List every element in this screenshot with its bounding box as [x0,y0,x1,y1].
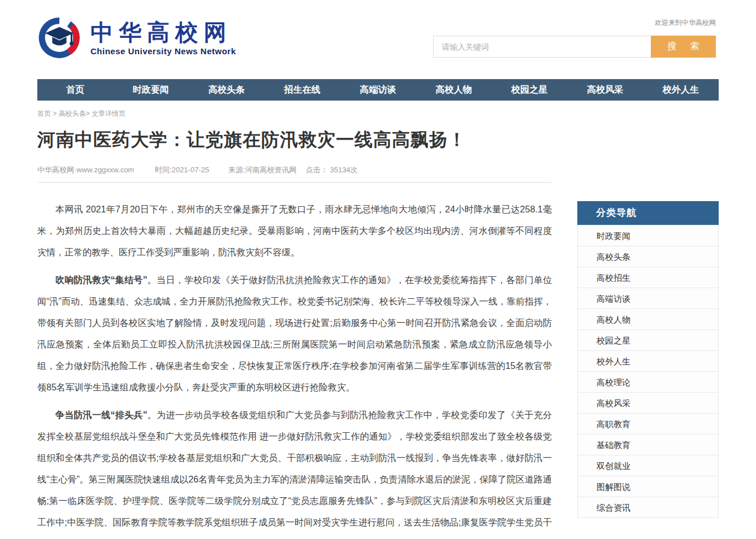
welcome-text: 欢迎来到中华高校网 [655,18,716,28]
nav-item[interactable]: 首页 [37,79,113,101]
nav-item[interactable]: 时政要闻 [113,79,189,101]
article-paragraph: 本网讯 2021年7月20日下午，郑州市的天空像是撕开了无数口子，雨水肆无忌惮地… [37,199,552,263]
sidebar-item[interactable]: 基础教育 [578,434,718,455]
meta-time: 时间:2021-07-25 [155,166,209,174]
page: 中华高校网 Chinese University News Network 欢迎… [37,0,719,539]
site-header: 中华高校网 Chinese University News Network 欢迎… [37,0,719,79]
nav-item[interactable]: 招生在线 [265,79,340,101]
nav-item[interactable]: 高校人物 [416,79,491,101]
nav-item[interactable]: 高端访谈 [340,79,416,101]
meta-clicks: 点击： 35134次 [306,166,358,174]
main-content: 本网讯 2021年7月20日下午，郑州市的天空像是撕开了无数口子，雨水肆无忌惮地… [37,199,719,539]
meta-source: 来源:河南高校资讯网 [228,166,297,174]
breadcrumb[interactable]: 首页 > 高校头条> 文章详情页 [37,109,719,119]
sidebar-item[interactable]: 校园之星 [578,329,718,350]
article-title: 河南中医药大学：让党旗在防汛救灾一线高高飘扬！ [37,128,719,153]
sidebar-item[interactable]: 双创就业 [578,455,718,476]
sidebar-item[interactable]: 时政要闻 [578,225,718,246]
sidebar-item[interactable]: 校外人生 [578,350,718,371]
sidebar-item[interactable]: 图解图说 [578,476,718,497]
search-button[interactable]: 搜 索 [651,36,716,58]
paragraph-lead: 吹响防汛救灾“集结号” [55,275,148,285]
sidebar-item[interactable]: 高校人物 [578,308,718,329]
site-logo[interactable]: 中华高校网 Chinese University News Network [38,17,236,59]
search-input[interactable] [433,36,651,58]
sidebar-item[interactable]: 高校理论 [578,371,718,392]
article-paragraph: 吹响防汛救灾“集结号”。当日，学校印发《关于做好防汛抗洪抢险救灾工作的通知》，在… [37,270,552,398]
nav-item[interactable]: 高校风采 [567,79,643,101]
sidebar-item[interactable]: 高端访谈 [578,288,718,308]
sidebar-title: 分类导航 [577,201,719,225]
title-divider [37,182,552,183]
logo-title: 中华高校网 [90,20,236,45]
logo-subtitle: Chinese University News Network [90,46,236,56]
nav-item[interactable]: 校外人生 [643,79,719,101]
article-body: 本网讯 2021年7月20日下午，郑州市的天空像是撕开了无数口子，雨水肆无忌惮地… [37,199,552,539]
graduation-cap-logo-icon [38,17,80,59]
sidebar-item[interactable]: 高校招生 [578,267,718,288]
nav-item[interactable]: 高校头条 [189,79,265,101]
meta-site: 中华高校网·www.zggxxw.com [37,166,134,174]
sidebar-item[interactable]: 高校风采 [578,392,718,413]
nav-item[interactable]: 校园之星 [491,79,567,101]
paragraph-text: 。为进一步动员学校各级党组织和广大党员参与到防汛抢险救灾工作中，学校党委印发了《… [37,410,552,539]
sidebar-list: 时政要闻 高校头条 高校招生 高端访谈 高校人物 校园之星 校外人生 高校理论 … [577,225,719,518]
search-box: 搜 索 [433,36,716,58]
main-nav: 首页 时政要闻 高校头条 招生在线 高端访谈 高校人物 校园之星 高校风采 校外… [37,79,719,101]
logo-text: 中华高校网 Chinese University News Network [90,20,236,56]
paragraph-lead: 争当防汛一线“排头兵” [55,410,148,420]
article-paragraph: 争当防汛一线“排头兵”。为进一步动员学校各级党组织和广大党员参与到防汛抢险救灾工… [37,405,552,539]
sidebar-item[interactable]: 综合资讯 [578,497,718,518]
paragraph-text: 本网讯 2021年7月20日下午，郑州市的天空像是撕开了无数口子，雨水肆无忌惮地… [37,205,552,257]
paragraph-text: 。当日，学校印发《关于做好防汛抗洪抢险救灾工作的通知》，在学校党委统筹指挥下，各… [37,275,552,392]
sidebar-item[interactable]: 高职教育 [578,413,718,434]
article-meta: 中华高校网·www.zggxxw.com 时间:2021-07-25 来源:河南… [37,165,719,175]
sidebar-item[interactable]: 高校头条 [578,246,718,267]
category-sidebar: 分类导航 时政要闻 高校头条 高校招生 高端访谈 高校人物 校园之星 校外人生 [577,201,719,518]
